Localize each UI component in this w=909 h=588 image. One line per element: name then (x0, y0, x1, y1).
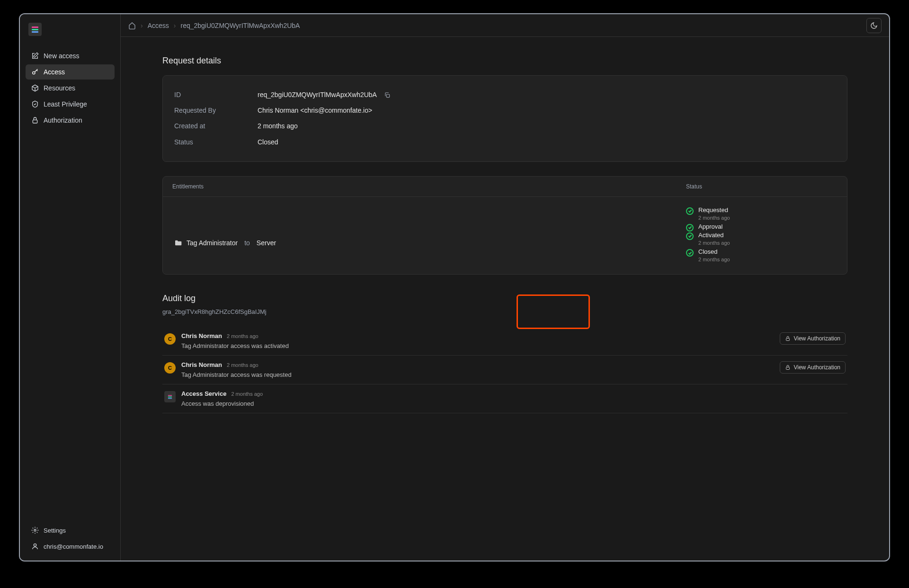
copy-icon (384, 92, 391, 98)
field-value-status: Closed (258, 136, 278, 148)
theme-toggle-button[interactable] (866, 18, 882, 33)
audit-log-entry: CChris Norman2 months agoTag Administrat… (162, 356, 847, 384)
user-icon (31, 543, 39, 550)
check-icon (686, 232, 694, 240)
audit-log-entry: CChris Norman2 months agoTag Administrat… (162, 327, 847, 356)
field-label-id: ID (174, 89, 258, 101)
audit-log-id: gra_2bgiTVxR8hghZHZcC6fSgBaIJMj (162, 308, 847, 315)
breadcrumb-sep: › (174, 22, 176, 29)
sidebar-item-new-access[interactable]: New access (26, 48, 115, 63)
svg-point-0 (33, 71, 35, 74)
svg-rect-4 (386, 94, 389, 97)
sidebar-item-authorization[interactable]: Authorization (26, 113, 115, 128)
sidebar-item-label: Resources (44, 84, 75, 92)
status-time: 2 months ago (698, 214, 730, 221)
view-authorization-button[interactable]: View Authorization (780, 332, 846, 345)
entitlement-resource: Server (257, 239, 276, 247)
audit-log-entry: Access Service2 months agoAccess was dep… (162, 384, 847, 413)
field-value-created-at: 2 months ago (258, 120, 298, 132)
entitlements-card: Entitlements Status Tag Administrator to… (162, 176, 847, 275)
lock-icon (785, 336, 791, 341)
status-label: Requested (698, 206, 730, 214)
svg-rect-1 (33, 120, 37, 123)
breadcrumb-access[interactable]: Access (148, 22, 169, 29)
status-time: 2 months ago (698, 240, 730, 246)
entitlement-role: Tag Administrator (187, 239, 238, 247)
check-icon (686, 224, 694, 232)
log-time: 2 months ago (227, 333, 258, 339)
page-title: Request details (162, 56, 847, 66)
folder-icon (174, 239, 182, 247)
field-label-created-at: Created at (174, 120, 258, 132)
log-time: 2 months ago (231, 391, 263, 397)
sidebar-item-label: Authorization (44, 116, 82, 124)
field-value-requested-by: Chris Norman <chris@commonfate.io> (258, 105, 372, 116)
svg-rect-5 (786, 339, 790, 341)
edit-icon (31, 52, 39, 60)
sidebar-item-settings[interactable]: Settings (26, 523, 115, 538)
entitlement-to: to (244, 239, 250, 247)
svg-point-3 (34, 544, 36, 546)
logo (20, 14, 120, 45)
sidebar: New access Access Resources Least Privil… (20, 14, 121, 561)
sidebar-item-access[interactable]: Access (26, 64, 115, 80)
sidebar-item-resources[interactable]: Resources (26, 80, 115, 96)
status-timeline: Requested 2 months ago Approval Activate… (686, 206, 838, 265)
gear-icon (31, 526, 39, 534)
sidebar-user-email: chris@commonfate.io (44, 543, 103, 550)
svg-rect-6 (786, 367, 790, 370)
check-icon (686, 207, 694, 215)
log-time: 2 months ago (227, 362, 258, 368)
request-details-card: ID req_2bgiU0ZMQWyrITlMwApxXwh2UbA Reque… (162, 75, 847, 162)
home-icon[interactable] (128, 22, 136, 29)
entitlements-header: Entitlements (172, 183, 686, 190)
sidebar-item-least-privilege[interactable]: Least Privilege (26, 97, 115, 112)
svg-point-2 (34, 529, 36, 531)
audit-log-title: Audit log (162, 294, 847, 303)
log-message: Tag Administrator access was activated (181, 342, 774, 349)
log-message: Tag Administrator access was requested (181, 371, 774, 378)
view-authorization-button[interactable]: View Authorization (780, 361, 846, 374)
sidebar-item-label: Least Privilege (44, 100, 87, 108)
user-avatar: C (164, 362, 176, 374)
status-header: Status (686, 183, 838, 190)
breadcrumb-request-id: req_2bgiU0ZMQWyrITlMwApxXwh2UbA (180, 22, 300, 29)
log-actor: Chris Norman (181, 332, 222, 339)
user-avatar: C (164, 333, 176, 345)
cube-icon (31, 84, 39, 92)
log-actor: Access Service (181, 390, 226, 397)
breadcrumb: › Access › req_2bgiU0ZMQWyrITlMwApxXwh2U… (128, 22, 300, 29)
field-label-requested-by: Requested By (174, 105, 258, 116)
status-label: Approval (698, 223, 722, 231)
status-label: Closed (698, 248, 730, 256)
sidebar-item-label: Settings (44, 527, 66, 534)
status-time: 2 months ago (698, 256, 730, 263)
copy-id-button[interactable] (382, 89, 393, 101)
topbar: › Access › req_2bgiU0ZMQWyrITlMwApxXwh2U… (121, 14, 889, 37)
shield-icon (31, 100, 39, 108)
lock-icon (31, 116, 39, 124)
log-message: Access was deprovisioned (181, 400, 846, 407)
service-avatar (164, 391, 176, 402)
lock-icon (785, 365, 791, 370)
breadcrumb-sep: › (141, 22, 143, 29)
key-icon (31, 68, 39, 76)
field-label-status: Status (174, 136, 258, 148)
check-icon (686, 249, 694, 257)
sidebar-user[interactable]: chris@commonfate.io (26, 539, 115, 554)
status-label: Activated (698, 232, 730, 240)
log-actor: Chris Norman (181, 361, 222, 368)
sidebar-item-label: New access (44, 52, 79, 60)
sidebar-item-label: Access (44, 68, 65, 76)
moon-icon (870, 22, 878, 29)
field-value-id: req_2bgiU0ZMQWyrITlMwApxXwh2UbA (258, 89, 377, 101)
